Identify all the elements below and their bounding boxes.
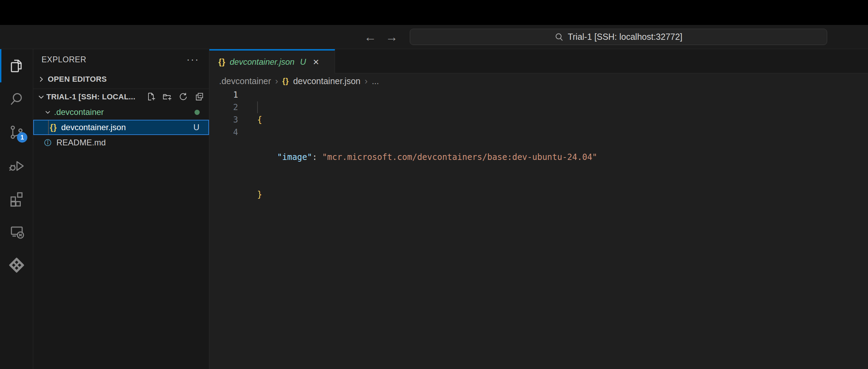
chevron-down-icon: [37, 93, 45, 101]
activity-source-control[interactable]: 1: [0, 116, 33, 149]
line-number: 4: [209, 126, 238, 138]
line-number: 3: [209, 114, 238, 126]
active-indicator: [0, 49, 1, 82]
file-label: README.md: [56, 138, 106, 147]
editor-group: {} devcontainer.json U × .devcontainer ›…: [209, 49, 868, 369]
tree-item-readme[interactable]: README.md: [33, 135, 209, 150]
tree-item-devcontainer-json[interactable]: {} devcontainer.json U: [33, 120, 209, 135]
activity-run-debug[interactable]: [0, 149, 33, 182]
workspace-label: TRIAL-1 [SSH: LOCAL...: [46, 92, 145, 101]
indent-guide: [48, 120, 49, 134]
open-editors-label: OPEN EDITORS: [48, 75, 107, 84]
chevron-down-icon: [44, 109, 51, 116]
chevron-separator-icon: ›: [275, 76, 278, 87]
sidebar-title: EXPLORER: [42, 55, 86, 64]
breadcrumb-folder[interactable]: .devcontainer: [219, 76, 271, 86]
run-debug-icon: [8, 157, 25, 174]
indent-token: [257, 152, 277, 162]
breadcrumb: .devcontainer › {} devcontainer.json › .…: [209, 73, 868, 89]
search-icon: [8, 91, 25, 107]
extensions-icon: [8, 190, 25, 207]
chevron-separator-icon: ›: [365, 76, 368, 87]
remote-explorer-icon: [8, 224, 25, 240]
refresh-icon[interactable]: [179, 92, 188, 101]
close-brace-token: }: [257, 190, 262, 199]
line-number: 2: [209, 101, 238, 114]
files-icon: [8, 57, 25, 74]
folder-label: .devcontainer: [54, 107, 104, 117]
explorer-sidebar: EXPLORER ··· OPEN EDITORS TRIAL-1 [SSH: …: [33, 49, 209, 369]
nav-arrows: ← →: [364, 25, 398, 49]
titlebar-black-strip: [0, 0, 868, 25]
window-title: Trial-1 [SSH: localhost:32772]: [568, 32, 682, 42]
tab-bar: {} devcontainer.json U ×: [209, 49, 868, 73]
tab-modified-badge: U: [300, 57, 306, 67]
tab-label: devcontainer.json: [230, 57, 295, 67]
more-actions-icon[interactable]: ···: [187, 55, 199, 64]
line-number-gutter: 1 2 3 4: [209, 89, 238, 138]
line-number: 1: [209, 89, 238, 101]
code-line-4: [257, 226, 597, 238]
open-brace-token: {: [257, 115, 262, 125]
workspace-section-header[interactable]: TRIAL-1 [SSH: LOCAL...: [33, 89, 209, 105]
git-untracked-badge: U: [193, 123, 199, 132]
chevron-right-icon: [37, 75, 45, 83]
json-file-icon: {}: [50, 123, 57, 132]
code-line-3: }: [257, 188, 597, 201]
tab-bar-empty: [335, 49, 868, 73]
code-lines: { "image": "mcr.microsoft.com/devcontain…: [257, 89, 597, 263]
code-line-1: {: [257, 114, 597, 126]
title-bar: ← → Trial-1 [SSH: localhost:32772]: [0, 25, 868, 49]
json-key-token: "image": [277, 152, 312, 162]
code-editor[interactable]: 1 2 3 4 { "image": "mcr.microsoft.com/de…: [209, 89, 868, 369]
activity-remote-explorer[interactable]: [0, 215, 33, 249]
back-arrow-icon[interactable]: ←: [364, 31, 377, 43]
scm-badge: 1: [17, 132, 27, 143]
new-file-icon[interactable]: [146, 92, 155, 101]
forward-arrow-icon[interactable]: →: [386, 31, 398, 43]
git-status-dot: [195, 110, 200, 115]
info-icon: [44, 138, 52, 147]
breadcrumb-symbol[interactable]: ...: [372, 76, 379, 86]
new-folder-icon[interactable]: [162, 92, 172, 101]
activity-diamond[interactable]: [0, 249, 33, 282]
close-icon[interactable]: ×: [313, 57, 319, 67]
search-icon: [554, 33, 563, 42]
activity-explorer[interactable]: [0, 49, 33, 82]
open-editors-section[interactable]: OPEN EDITORS: [33, 70, 209, 89]
tab-devcontainer-json[interactable]: {} devcontainer.json U ×: [209, 49, 335, 73]
colon-token: :: [312, 152, 322, 162]
json-file-icon: {}: [218, 57, 226, 67]
json-value-token: "mcr.microsoft.com/devcontainers/base:de…: [322, 152, 597, 162]
activity-extensions[interactable]: [0, 182, 33, 215]
command-center-search[interactable]: Trial-1 [SSH: localhost:32772]: [410, 29, 827, 45]
activity-search[interactable]: [0, 82, 33, 116]
activity-bar: 1: [0, 49, 33, 369]
diamond-grid-icon: [8, 257, 25, 273]
file-label: devcontainer.json: [61, 123, 126, 132]
file-tree: .devcontainer {} devcontainer.json U REA…: [33, 105, 209, 150]
tree-item-devcontainer-folder[interactable]: .devcontainer: [33, 105, 209, 120]
code-line-2: "image": "mcr.microsoft.com/devcontainer…: [257, 151, 597, 163]
breadcrumb-file[interactable]: devcontainer.json: [293, 76, 361, 86]
collapse-all-icon[interactable]: [195, 92, 204, 101]
json-file-icon: {}: [282, 76, 289, 86]
